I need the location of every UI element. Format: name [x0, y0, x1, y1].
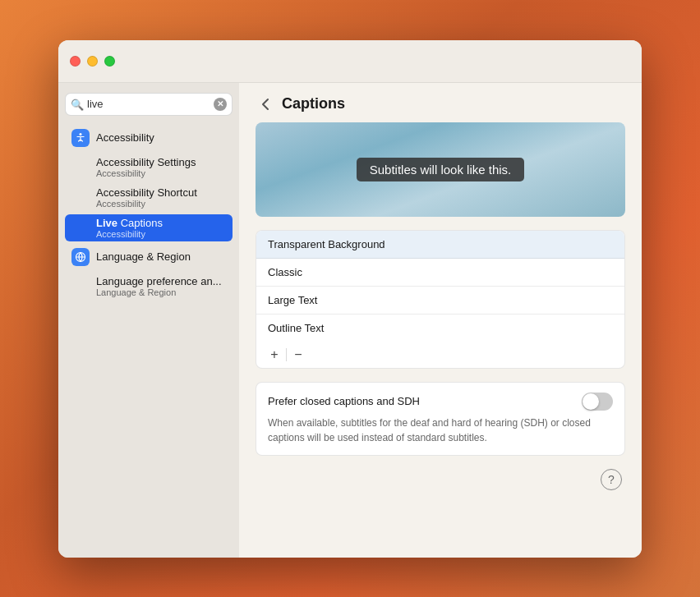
captions-suffix: Captions	[121, 217, 163, 229]
style-item-outline-text[interactable]: Outline Text	[256, 315, 624, 342]
main-window: 🔍 ✕ Accessibility Accessibility Settings…	[58, 40, 642, 558]
maximize-button[interactable]	[104, 56, 115, 67]
main-header: Captions	[239, 83, 642, 122]
main-content: Subtitles will look like this. Transpare…	[239, 122, 642, 558]
close-button[interactable]	[70, 56, 81, 67]
live-captions-subtitle: Accessibility	[96, 229, 226, 239]
preview-text: Subtitles will look like this.	[357, 158, 525, 181]
help-button[interactable]: ?	[601, 469, 622, 490]
search-input[interactable]	[65, 93, 233, 116]
live-match-highlight: Live	[96, 217, 117, 229]
preference-toggle[interactable]	[582, 393, 613, 411]
sidebar-item-accessibility-shortcut[interactable]: Accessibility Shortcut Accessibility	[65, 184, 233, 211]
accessibility-settings-subtitle: Accessibility	[96, 168, 226, 178]
help-container: ?	[256, 469, 625, 490]
toggle-knob	[583, 393, 599, 410]
search-clear-button[interactable]: ✕	[214, 98, 227, 111]
svg-point-0	[80, 133, 82, 135]
language-preference-subtitle: Language & Region	[96, 287, 226, 297]
sidebar-item-live-captions[interactable]: Live Captions Accessibility	[65, 214, 233, 241]
styles-container: Transparent Background Classic Large Tex…	[256, 230, 625, 369]
titlebar	[58, 40, 642, 83]
accessibility-shortcut-title: Accessibility Shortcut	[96, 186, 226, 199]
sidebar-item-language-preference[interactable]: Language preference an... Language & Reg…	[65, 273, 233, 300]
sidebar-item-accessibility-settings[interactable]: Accessibility Settings Accessibility	[65, 154, 233, 181]
sidebar-item-language-region[interactable]: Language & Region	[65, 245, 233, 269]
accessibility-label: Accessibility	[96, 131, 154, 144]
remove-style-button[interactable]: −	[287, 345, 310, 365]
sidebar-item-accessibility[interactable]: Accessibility	[65, 126, 233, 150]
style-item-transparent[interactable]: Transparent Background	[256, 231, 624, 259]
search-icon: 🔍	[71, 98, 84, 110]
globe-icon	[71, 248, 90, 266]
page-title: Captions	[282, 95, 345, 113]
language-region-label: Language & Region	[96, 250, 191, 263]
content-area: 🔍 ✕ Accessibility Accessibility Settings…	[58, 83, 642, 558]
minimize-button[interactable]	[87, 56, 98, 67]
main-panel: Captions Subtitles will look like this. …	[239, 83, 642, 558]
preference-card: Prefer closed captions and SDH When avai…	[256, 382, 625, 456]
accessibility-icon	[71, 129, 90, 147]
accessibility-shortcut-subtitle: Accessibility	[96, 199, 226, 209]
preference-title: Prefer closed captions and SDH	[268, 395, 420, 407]
traffic-lights	[70, 56, 115, 67]
style-item-classic[interactable]: Classic	[256, 259, 624, 287]
styles-list: Transparent Background Classic Large Tex…	[256, 230, 625, 342]
list-controls: + −	[256, 342, 625, 369]
sidebar: 🔍 ✕ Accessibility Accessibility Settings…	[58, 83, 239, 558]
accessibility-settings-title: Accessibility Settings	[96, 156, 226, 168]
add-style-button[interactable]: +	[263, 345, 286, 365]
back-button[interactable]	[256, 94, 275, 114]
preference-header: Prefer closed captions and SDH	[268, 393, 613, 411]
language-preference-title: Language preference an...	[96, 275, 226, 287]
search-container: 🔍 ✕	[65, 93, 233, 116]
live-captions-title: Live Captions	[96, 217, 226, 229]
preference-description: When available, subtitles for the deaf a…	[268, 416, 613, 445]
style-item-large-text[interactable]: Large Text	[256, 287, 624, 315]
caption-preview: Subtitles will look like this.	[256, 122, 625, 217]
